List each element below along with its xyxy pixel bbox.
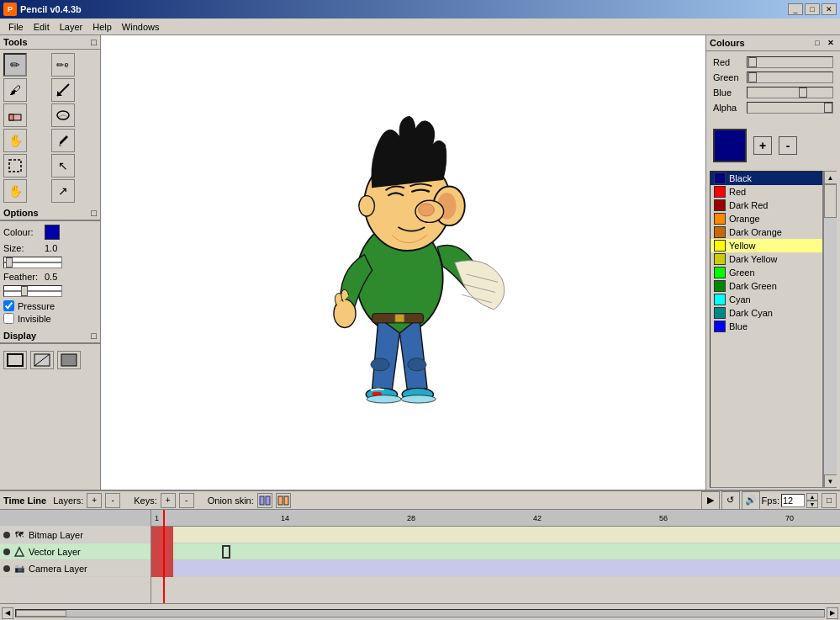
svg-point-29	[401, 395, 436, 403]
scroll-right-arrow[interactable]: ▶	[827, 607, 838, 619]
colour-item-dark-red[interactable]: Dark Red	[711, 199, 822, 212]
remove-colour-btn[interactable]: -	[779, 136, 797, 155]
eyedropper-tool[interactable]	[51, 129, 75, 152]
onion-section: Onion skin:	[208, 493, 291, 508]
colour-item-yellow[interactable]: Yellow	[711, 239, 822, 252]
timeline-scroll-thumb[interactable]	[16, 610, 66, 617]
colours-panel: Colours □ ✕ Red Green Blue	[705, 35, 840, 490]
current-colour-box[interactable]	[713, 129, 747, 162]
colour-item-red[interactable]: Red	[711, 185, 822, 199]
maximize-button[interactable]: □	[805, 3, 820, 15]
feather-value: 0.5	[45, 272, 57, 282]
colours-title: Colours	[710, 38, 745, 48]
colour-item-green[interactable]: Green	[711, 266, 822, 279]
timeline-frames: 1 14 28 42 56 70	[151, 510, 840, 603]
keys-label: Keys:	[134, 495, 157, 506]
size-value: 1.0	[45, 243, 57, 253]
colour-item-cyan[interactable]: Cyan	[711, 293, 822, 306]
colour-item-orange[interactable]: Orange	[711, 212, 822, 225]
onion-prev-btn[interactable]	[257, 493, 272, 508]
remove-layer-btn[interactable]: -	[105, 493, 120, 508]
colour-list-scrollbar[interactable]: ▲ ▼	[823, 171, 837, 488]
smudge-tool[interactable]	[51, 103, 75, 127]
eraser-tool[interactable]	[3, 103, 27, 127]
menu-file[interactable]: File	[3, 20, 29, 34]
fps-input[interactable]	[781, 494, 805, 507]
layer-row-bitmap[interactable]: 🗺 Bitmap Layer	[0, 527, 151, 543]
size-slider[interactable]	[3, 257, 62, 268]
scroll-up-arrow[interactable]: ▲	[824, 171, 837, 184]
add-key-btn[interactable]: +	[161, 493, 176, 508]
brush-tool[interactable]: 🖌	[3, 78, 27, 102]
colour-item-dark-cyan[interactable]: Dark Cyan	[711, 306, 822, 320]
scroll-down-arrow[interactable]: ▼	[824, 474, 837, 488]
add-layer-btn[interactable]: +	[87, 493, 102, 508]
colour-item-dark-orange[interactable]: Dark Orange	[711, 225, 822, 239]
green-label: Green	[713, 72, 743, 82]
vector-vis-btn[interactable]	[13, 546, 25, 558]
options-panel: Colour: Size: 1.0 Feather: 0.5	[0, 220, 100, 329]
sound-btn[interactable]: 🔊	[742, 491, 760, 510]
loop-btn[interactable]: ↺	[721, 491, 740, 510]
fps-down-btn[interactable]: ▼	[806, 501, 818, 508]
svg-point-22	[358, 196, 374, 216]
menu-layer[interactable]: Layer	[55, 20, 88, 34]
erase-pencil-tool[interactable]: ✏e	[51, 53, 75, 77]
layers-ruler-row	[0, 510, 151, 527]
timeline-scroll-track[interactable]	[15, 609, 825, 617]
colour-item-dark-green[interactable]: Dark Green	[711, 279, 822, 293]
canvas-area[interactable]	[101, 35, 705, 490]
menu-windows[interactable]: Windows	[117, 20, 165, 34]
colours-close-btn[interactable]: ✕	[825, 37, 837, 49]
colours-restore-btn[interactable]: □	[811, 37, 823, 49]
options-header: Options □	[0, 206, 100, 220]
layers-section: Layers: + -	[53, 493, 120, 508]
noaa-display-btn[interactable]	[30, 351, 54, 369]
scroll-left-arrow[interactable]: ◀	[2, 607, 13, 619]
add-colour-btn[interactable]: +	[753, 136, 772, 155]
feather-slider[interactable]	[3, 285, 62, 297]
layer-row-vector[interactable]: Vector Layer	[0, 543, 151, 560]
green-slider[interactable]	[747, 72, 833, 83]
colour-item-black[interactable]: Black	[711, 172, 822, 185]
outline-display-btn[interactable]	[3, 351, 27, 369]
blue-slider[interactable]	[747, 87, 833, 98]
pointer-tool[interactable]: ↗	[51, 179, 75, 203]
close-button[interactable]: ✕	[822, 3, 837, 15]
scroll-thumb[interactable]	[824, 184, 837, 218]
red-slider[interactable]	[747, 56, 833, 68]
menu-help[interactable]: Help	[87, 20, 117, 34]
pressure-checkbox[interactable]	[3, 300, 14, 311]
invisible-checkbox[interactable]	[3, 313, 14, 324]
menu-edit[interactable]: Edit	[29, 20, 55, 34]
colour-item-blue[interactable]: Blue	[711, 320, 822, 333]
alpha-slider[interactable]	[747, 102, 833, 114]
svg-marker-34	[15, 548, 24, 556]
remove-key-btn[interactable]: -	[179, 493, 194, 508]
playback-controls: ▶ ↺ 🔊 Fps: ▲ ▼	[701, 491, 818, 510]
tools-header: Tools □	[0, 35, 100, 50]
move-tool[interactable]: ✋	[3, 179, 27, 203]
svg-rect-33	[284, 496, 288, 505]
timeline-maximize-btn[interactable]: □	[822, 493, 837, 508]
minimize-button[interactable]: _	[788, 3, 803, 15]
pencil-tool[interactable]: ✏	[3, 53, 27, 77]
app-icon: P	[3, 3, 17, 16]
camera-layer-label: Camera Layer	[29, 564, 87, 574]
colour-preview-area: + -	[706, 122, 840, 169]
select-arrow-tool[interactable]: ↖	[51, 154, 75, 178]
select-rect-tool[interactable]	[3, 154, 27, 178]
colour-item-dark-yellow[interactable]: Dark Yellow	[711, 252, 822, 266]
colour-swatch[interactable]	[45, 225, 60, 240]
aa-display-btn[interactable]	[57, 351, 81, 369]
hand-tool[interactable]: ✋	[3, 129, 27, 152]
camera-vis-btn[interactable]: 📷	[13, 563, 25, 575]
layer-row-camera[interactable]: 📷 Camera Layer	[0, 560, 151, 577]
play-btn[interactable]: ▶	[701, 491, 720, 510]
fps-up-btn[interactable]: ▲	[806, 493, 818, 501]
bitmap-vis-btn[interactable]: 🗺	[13, 529, 25, 541]
camera-frame-row	[151, 560, 840, 577]
onion-label: Onion skin:	[208, 495, 254, 506]
select-brush-tool[interactable]	[51, 78, 75, 102]
onion-next-btn[interactable]	[276, 493, 291, 508]
